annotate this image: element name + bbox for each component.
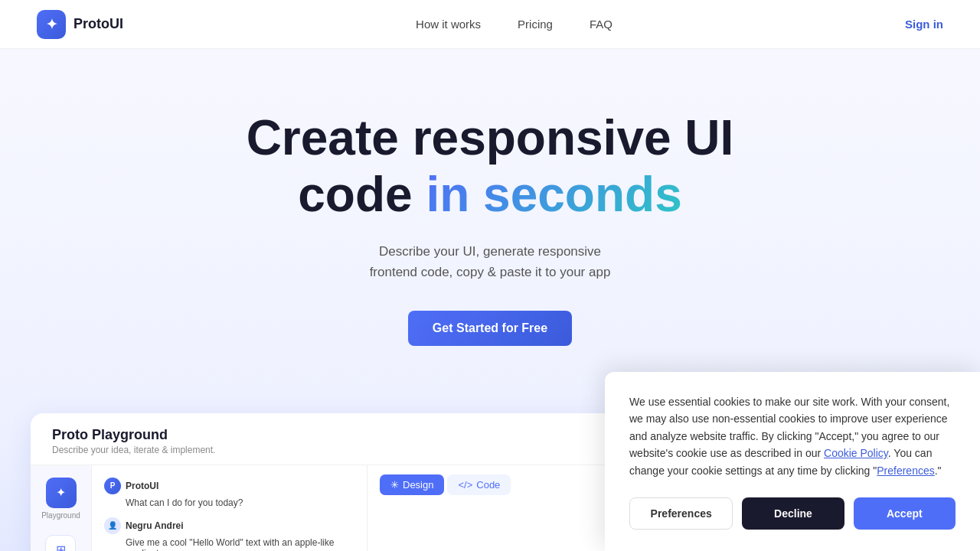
chat-message-0: P ProtoUI What can I do for you today? xyxy=(104,478,354,508)
hero-section: Create responsive UI code in seconds Des… xyxy=(0,49,980,413)
design-tab-icon: ✳ xyxy=(390,479,399,491)
preferences-button[interactable]: Preferences xyxy=(629,497,733,530)
cookie-policy-link[interactable]: Cookie Policy xyxy=(824,447,888,459)
sidebar-label-playground: Playground xyxy=(41,511,80,520)
nav-link-how-it-works[interactable]: How it works xyxy=(416,18,481,31)
chat-text-1: Give me a cool "Hello World" text with a… xyxy=(104,537,354,551)
cookie-buttons: Preferences Decline Accept xyxy=(629,497,956,530)
signin-link[interactable]: Sign in xyxy=(905,18,943,31)
tab-design[interactable]: ✳ Design xyxy=(380,474,444,495)
cookie-text: We use essential cookies to make our sit… xyxy=(629,393,956,479)
nav-link-pricing[interactable]: Pricing xyxy=(518,18,553,31)
code-tab-icon: </> xyxy=(458,479,472,491)
preferences-link[interactable]: Preferences xyxy=(877,465,934,477)
hero-title: Create responsive UI code in seconds xyxy=(15,110,965,223)
cookie-banner: We use essential cookies to make our sit… xyxy=(605,372,980,551)
logo-text: ProtoUI xyxy=(74,16,123,32)
demo-card-subtitle: Describe your idea, iterate & implement. xyxy=(52,445,215,455)
decline-button[interactable]: Decline xyxy=(742,497,844,530)
get-started-button[interactable]: Get Started for Free xyxy=(408,311,572,346)
nav-link-faq[interactable]: FAQ xyxy=(590,18,612,31)
hero-title-part1: Create responsive UI xyxy=(247,110,734,165)
demo-card-title-group: Proto Playground Describe your idea, ite… xyxy=(52,427,215,455)
sidebar-item-playground[interactable]: ✦ Playground xyxy=(41,478,80,520)
demo-sidebar: ✦ Playground ⊞ Templates xyxy=(31,465,92,551)
chat-sender-0: P ProtoUI xyxy=(104,478,354,494)
demo-card-title: Proto Playground xyxy=(52,427,215,443)
navbar: ✦ ProtoUI How it works Pricing FAQ Sign … xyxy=(0,0,980,49)
chat-panel: P ProtoUI What can I do for you today? 👤… xyxy=(92,465,368,551)
tab-code[interactable]: </> Code xyxy=(447,474,511,495)
nav-links: How it works Pricing FAQ xyxy=(416,18,612,31)
user-avatar-1: 👤 xyxy=(104,517,121,534)
hero-subtitle-line2: frontend code, copy & paste it to your a… xyxy=(370,265,611,279)
ai-avatar-0: P xyxy=(104,478,121,494)
accept-button[interactable]: Accept xyxy=(854,497,956,530)
logo-icon: ✦ xyxy=(37,10,66,39)
hero-subtitle: Describe your UI, generate responsive fr… xyxy=(15,241,965,282)
sidebar-item-templates[interactable]: ⊞ Templates xyxy=(44,535,79,551)
chat-text-0: What can I do for you today? xyxy=(104,497,354,508)
logo-link[interactable]: ✦ ProtoUI xyxy=(37,10,123,39)
chat-sender-1: 👤 Negru Andrei xyxy=(104,517,354,534)
templates-icon: ⊞ xyxy=(45,535,76,551)
hero-title-part2: code xyxy=(298,167,426,222)
chat-message-1: 👤 Negru Andrei Give me a cool "Hello Wor… xyxy=(104,517,354,551)
hero-subtitle-line1: Describe your UI, generate responsive xyxy=(379,244,601,259)
hero-title-accent: in seconds xyxy=(426,167,681,222)
playground-icon: ✦ xyxy=(46,478,77,508)
